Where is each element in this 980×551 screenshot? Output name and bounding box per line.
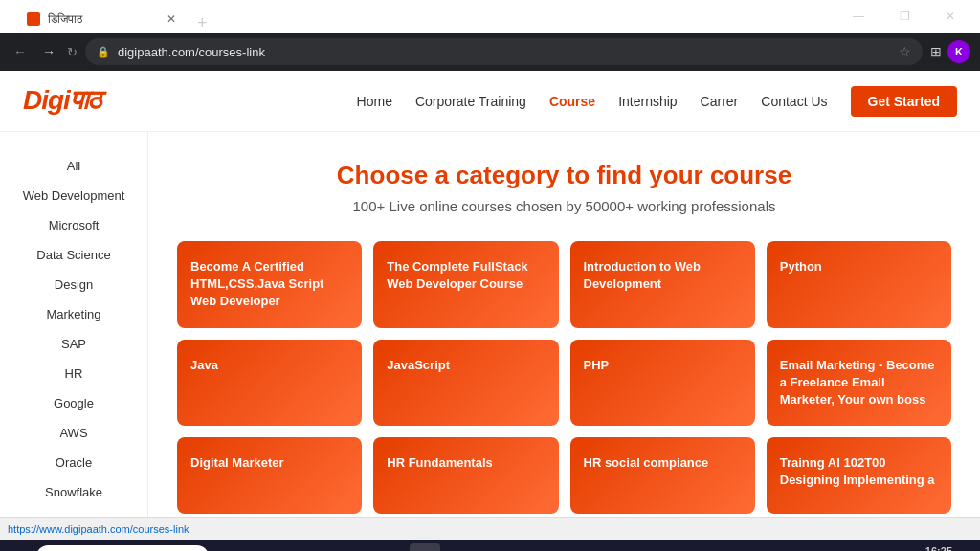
bookmark-icon[interactable]: ☆	[899, 44, 911, 59]
taskbar-datetime: 16:25 22-11-2024	[903, 544, 952, 551]
sidebar-item-hr[interactable]: HR	[0, 359, 147, 388]
sidebar-item-oracle[interactable]: Oracle	[0, 448, 147, 477]
sidebar-item-all[interactable]: All	[0, 151, 147, 181]
tab-close-button[interactable]: ✕	[167, 12, 176, 26]
address-text: digipaath.com/courses-link	[118, 45, 891, 59]
nav-get-started[interactable]: Get Started	[851, 86, 957, 117]
taskbar-time-display: 16:25	[903, 544, 952, 551]
sidebar-item-sap[interactable]: SAP	[0, 329, 147, 359]
course-content-area: Choose a category to find your course 10…	[148, 132, 980, 517]
sidebar-item-design[interactable]: Design	[0, 270, 147, 299]
nav-internship[interactable]: Internship	[618, 94, 677, 109]
course-card-4[interactable]: Python	[767, 241, 951, 328]
course-card-7[interactable]: PHP	[570, 340, 755, 427]
status-url: https://www.digipaath.com/courses-link	[8, 523, 189, 535]
browser-tab[interactable]: डिजिपाठ ✕	[15, 5, 188, 33]
sidebar-item-google[interactable]: Google	[0, 388, 147, 418]
lock-icon: 🔒	[97, 46, 110, 58]
taskbar-search[interactable]: Type here to search	[36, 545, 209, 551]
taskbar-edge-icon[interactable]: 🌐	[214, 543, 245, 551]
new-tab-button[interactable]: +	[191, 13, 213, 33]
taskbar-icon-5[interactable]: 💬	[345, 543, 375, 551]
taskbar-icon-8[interactable]: 🔧	[442, 543, 473, 551]
sidebar-item-aws[interactable]: AWS	[0, 418, 147, 448]
sidebar-item-microsoft[interactable]: Microsoft	[0, 210, 147, 240]
nav-home[interactable]: Home	[357, 94, 392, 109]
course-card-6[interactable]: JavaScript	[373, 340, 558, 427]
taskbar-icon-4[interactable]: 🦊	[312, 543, 343, 551]
course-card-8[interactable]: Email Marketing - Become a Freelance Ema…	[767, 340, 951, 427]
course-card-2[interactable]: The Complete FullStack Web Developer Cou…	[373, 241, 558, 328]
sidebar-item-snowflake[interactable]: Snowflake	[0, 477, 147, 507]
nav-course[interactable]: Course	[549, 94, 595, 109]
course-subheading: 100+ Live online courses chosen by 50000…	[177, 198, 951, 214]
sidebar-item-web-development[interactable]: Web Development	[0, 181, 147, 210]
sidebar-item-data-science[interactable]: Data Science	[0, 240, 147, 270]
sidebar: All Web Development Microsoft Data Scien…	[0, 132, 148, 517]
course-heading: Choose a category to find your course	[177, 161, 951, 190]
website-content: Digiपाठ Home Corporate Training Course I…	[0, 71, 980, 517]
address-bar[interactable]: 🔒 digipaath.com/courses-link ☆	[85, 38, 923, 65]
extensions-button[interactable]: ⊞	[930, 44, 942, 59]
taskbar: Type here to search 🌐 📁 🔵 🦊 💬 📧 🌐 🔧 24°C…	[0, 540, 980, 551]
nav-corporate-training[interactable]: Corporate Training	[415, 94, 526, 109]
course-card-1[interactable]: Become A Certified HTML,CSS,Java Script …	[177, 241, 362, 328]
address-bar-row: ← → ↻ 🔒 digipaath.com/courses-link ☆ ⊞ K	[0, 33, 980, 71]
profile-button[interactable]: K	[947, 40, 970, 63]
course-grid: Become A Certified HTML,CSS,Java Script …	[177, 241, 951, 514]
taskbar-icon-3[interactable]: 🔵	[279, 543, 310, 551]
back-button[interactable]: ←	[10, 42, 31, 61]
status-bar: https://www.digipaath.com/courses-link	[0, 517, 980, 540]
taskbar-right: 24°C Smoke ENG 16:25 22-11-2024 💬	[806, 544, 976, 551]
taskbar-icon-7[interactable]: 🌐	[410, 543, 440, 551]
minimize-button[interactable]: —	[836, 1, 880, 32]
course-card-9[interactable]: Digital Marketer	[177, 437, 362, 514]
forward-button[interactable]: →	[38, 42, 59, 61]
site-nav: Digiपाठ Home Corporate Training Course I…	[0, 71, 980, 132]
close-button[interactable]: ✕	[928, 1, 972, 32]
refresh-button[interactable]: ↻	[67, 45, 78, 59]
nav-links: Home Corporate Training Course Internshi…	[357, 86, 957, 117]
tab-favicon	[27, 12, 40, 26]
taskbar-icon-2[interactable]: 📁	[247, 543, 278, 551]
start-button[interactable]	[4, 543, 34, 551]
course-card-3[interactable]: Introduction to Web Development	[570, 241, 755, 328]
title-bar: डिजिपाठ ✕ + — ❐ ✕	[0, 0, 980, 33]
course-card-12[interactable]: Trainng AI 102T00 Designing Implementing…	[767, 437, 951, 514]
site-logo[interactable]: Digiपाठ	[23, 85, 100, 117]
browser-actions: ⊞ K	[930, 40, 970, 63]
course-card-10[interactable]: HR Fundamentals	[373, 437, 558, 514]
sidebar-item-marketing[interactable]: Marketing	[0, 299, 147, 329]
main-content: All Web Development Microsoft Data Scien…	[0, 132, 980, 517]
course-card-11[interactable]: HR social compiance	[570, 437, 755, 514]
course-card-5[interactable]: Java	[177, 340, 362, 427]
browser-chrome: डिजिपाठ ✕ + — ❐ ✕ ← → ↻ 🔒 digipaath.com/…	[0, 0, 980, 71]
nav-carrer[interactable]: Carrer	[701, 94, 739, 109]
nav-contact-us[interactable]: Contact Us	[761, 94, 827, 109]
taskbar-icon-6[interactable]: 📧	[377, 543, 408, 551]
tab-title: डिजिपाठ	[48, 12, 159, 26]
restore-button[interactable]: ❐	[882, 1, 926, 32]
window-controls: — ❐ ✕	[836, 1, 972, 32]
